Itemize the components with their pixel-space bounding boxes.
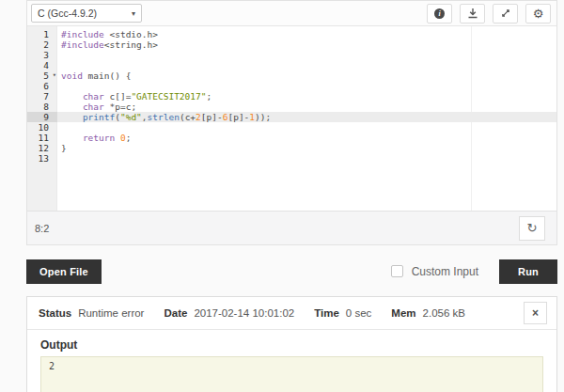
info-icon: i xyxy=(434,8,445,19)
code-line-text xyxy=(57,81,61,91)
editor-line[interactable]: 2#include<string.h> xyxy=(27,39,556,50)
code-line-text xyxy=(57,60,61,71)
cursor-position: 8:2 xyxy=(35,223,49,234)
line-number: 12 xyxy=(27,143,57,153)
refresh-button[interactable]: ↻ xyxy=(519,216,545,241)
date-field: Date2017-02-14 10:01:02 xyxy=(164,307,294,319)
status-label: Status xyxy=(39,307,71,319)
line-number: 4 xyxy=(27,60,57,71)
editor-statusbar: 8:2 ↻ xyxy=(27,211,556,244)
editor-line[interactable]: 1#include <stdio.h> xyxy=(27,29,556,39)
line-number: 2 xyxy=(27,39,57,50)
editor-line[interactable]: 11 return 0; xyxy=(27,133,556,143)
toolbar-icons: i ⚙ xyxy=(427,4,551,24)
fullscreen-icon xyxy=(500,8,511,19)
status-field: StatusRuntime error xyxy=(39,307,144,319)
info-button[interactable]: i xyxy=(427,4,452,24)
language-selector[interactable]: C (Gcc-4.9.2) ▾ xyxy=(31,4,142,23)
mem-label: Mem xyxy=(391,307,415,319)
code-editor[interactable]: 1#include <stdio.h>2#include<string.h>34… xyxy=(27,26,556,211)
line-number: 8 xyxy=(27,102,57,112)
download-button[interactable] xyxy=(460,4,485,24)
results-header: StatusRuntime error Date2017-02-14 10:01… xyxy=(27,297,556,330)
fold-caret-icon[interactable]: ▾ xyxy=(53,71,56,80)
editor-line[interactable]: 10 xyxy=(27,122,556,133)
ide-container: C (Gcc-4.9.2) ▾ i ⚙ xyxy=(26,0,557,245)
settings-button[interactable]: ⚙ xyxy=(525,4,551,24)
refresh-icon: ↻ xyxy=(527,221,538,235)
editor-line[interactable]: 8 char *p=c; xyxy=(27,102,556,112)
code-line-text: #include <stdio.h> xyxy=(57,29,158,39)
status-value: Runtime error xyxy=(78,307,144,319)
run-button[interactable]: Run xyxy=(499,259,557,284)
editor-line[interactable]: 5▾void main() { xyxy=(27,71,556,81)
line-number: 11 xyxy=(27,133,57,143)
editor-line[interactable]: 6 xyxy=(27,81,556,91)
line-number: 3 xyxy=(27,50,57,60)
line-number: 9 xyxy=(27,112,57,122)
code-line-text: printf("%d",strlen(c+2[p]-6[p]-1)); xyxy=(57,112,271,122)
time-value: 0 sec xyxy=(346,307,372,319)
editor-line[interactable]: 3 xyxy=(27,50,556,60)
editor-line[interactable]: 4 xyxy=(27,60,556,71)
results-panel: StatusRuntime error Date2017-02-14 10:01… xyxy=(26,296,557,392)
code-line-text: void main() { xyxy=(57,71,131,81)
editor-line[interactable]: 9 printf("%d",strlen(c+2[p]-6[p]-1)); xyxy=(27,112,556,122)
results-body: Output 2 xyxy=(27,330,556,392)
output-label: Output xyxy=(40,338,543,352)
output-box: 2 xyxy=(40,356,543,392)
code-line-text: char *p=c; xyxy=(57,102,136,112)
code-line-text: char c[]="GATECSIT2017"; xyxy=(57,91,212,102)
editor-lines: 1#include <stdio.h>2#include<string.h>34… xyxy=(27,26,556,164)
fullscreen-button[interactable] xyxy=(493,4,518,24)
code-line-text xyxy=(57,153,61,164)
download-icon xyxy=(467,8,478,19)
code-line-text: #include<string.h> xyxy=(57,39,158,50)
run-controls: Custom Input Run xyxy=(391,259,557,284)
action-row: Open File Custom Input Run xyxy=(26,259,557,284)
close-results-button[interactable]: × xyxy=(524,302,547,324)
page: C (Gcc-4.9.2) ▾ i ⚙ xyxy=(26,0,557,392)
line-number: 7 xyxy=(27,91,57,102)
language-selector-value: C (Gcc-4.9.2) xyxy=(38,8,97,19)
code-line-text: return 0; xyxy=(57,133,131,143)
editor-line[interactable]: 7 char c[]="GATECSIT2017"; xyxy=(27,91,556,102)
date-value: 2017-02-14 10:01:02 xyxy=(194,307,294,319)
editor-toolbar: C (Gcc-4.9.2) ▾ i ⚙ xyxy=(27,1,556,26)
line-number: 6 xyxy=(27,81,57,91)
line-number: 13 xyxy=(27,153,57,164)
line-number: 5▾ xyxy=(27,71,57,81)
line-number: 1 xyxy=(27,29,57,39)
mem-value: 2.056 kB xyxy=(423,307,465,319)
mem-field: Mem2.056 kB xyxy=(391,307,465,319)
gear-icon: ⚙ xyxy=(533,8,544,20)
close-icon: × xyxy=(532,306,539,320)
open-file-button[interactable]: Open File xyxy=(26,259,102,284)
editor-line[interactable]: 12} xyxy=(27,143,556,153)
time-field: Time0 sec xyxy=(314,307,371,319)
custom-input-label: Custom Input xyxy=(412,265,478,278)
editor-line[interactable]: 13 xyxy=(27,153,556,164)
code-line-text xyxy=(57,122,61,133)
code-line-text: } xyxy=(57,143,67,153)
time-label: Time xyxy=(314,307,339,319)
custom-input-checkbox[interactable] xyxy=(391,265,403,277)
code-line-text xyxy=(57,50,61,60)
chevron-down-icon: ▾ xyxy=(132,9,135,18)
line-number: 10 xyxy=(27,122,57,133)
date-label: Date xyxy=(164,307,187,319)
